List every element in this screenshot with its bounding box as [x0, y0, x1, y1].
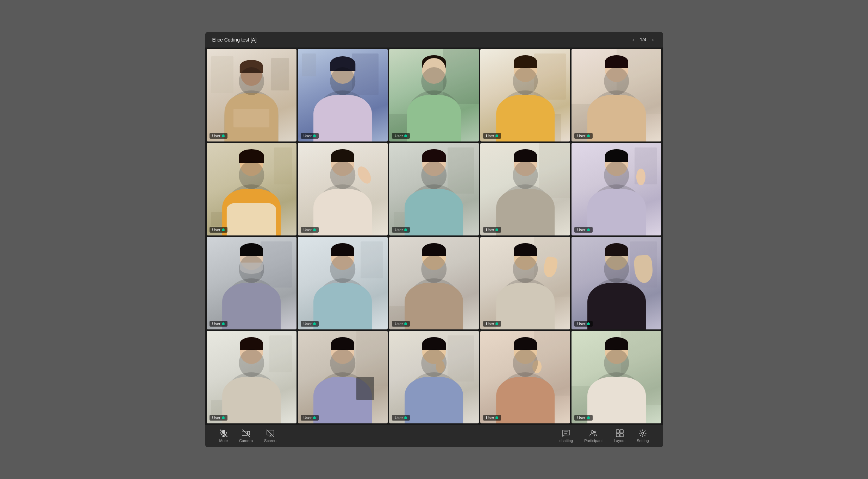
user-name-13: User — [395, 322, 403, 326]
mic-status-15 — [587, 322, 590, 325]
mic-status-2 — [313, 134, 316, 137]
user-label-8: User — [392, 227, 410, 233]
user-name-12: User — [304, 322, 312, 326]
pagination-control[interactable]: ‹ 1/4 › — [630, 36, 656, 44]
camera-button[interactable]: Camera — [239, 429, 253, 443]
user-name-5: User — [577, 134, 585, 138]
setting-icon — [638, 429, 647, 437]
mic-status-4 — [495, 134, 498, 137]
video-cell-1: User — [207, 49, 296, 141]
mic-status-1 — [222, 134, 225, 137]
prev-page-button[interactable]: ‹ — [630, 36, 636, 44]
mic-off-icon — [219, 429, 228, 437]
video-cell-10: User — [572, 143, 661, 235]
app-window: Elice Coding test [A] ‹ 1/4 › User — [205, 32, 663, 447]
video-cell-2: User — [298, 49, 388, 141]
mic-status-17 — [313, 416, 316, 419]
user-name-6: User — [212, 228, 220, 232]
setting-button[interactable]: Setting — [637, 429, 649, 443]
participant-icon — [589, 429, 598, 437]
layout-icon — [616, 429, 624, 437]
mic-status-16 — [222, 416, 225, 419]
video-cell-13: User — [389, 237, 479, 329]
page-display: 1/4 — [640, 37, 646, 42]
video-cell-11: User — [207, 237, 296, 329]
user-name-10: User — [577, 228, 585, 232]
camera-off-icon — [242, 429, 250, 437]
mic-status-11 — [222, 322, 225, 325]
screen-label: Screen — [264, 439, 276, 443]
screen-share-button[interactable]: Screen — [264, 429, 276, 443]
chatting-label: chatting — [560, 439, 573, 443]
svg-line-4 — [243, 430, 250, 437]
video-cell-19: User — [480, 331, 570, 423]
user-label-9: User — [483, 227, 501, 233]
user-label-19: User — [483, 415, 501, 421]
user-name-1: User — [212, 134, 220, 138]
mic-status-20 — [587, 416, 590, 419]
mute-button[interactable]: Mute — [219, 429, 228, 443]
svg-rect-16 — [620, 434, 623, 437]
chatting-button[interactable]: chatting — [560, 429, 573, 443]
user-label-14: User — [483, 321, 501, 327]
mic-status-14 — [495, 322, 498, 325]
mic-status-7 — [313, 228, 316, 231]
video-cell-8: User — [389, 143, 479, 235]
user-label-13: User — [392, 321, 410, 327]
user-label-18: User — [392, 415, 410, 421]
user-label-15: User — [574, 321, 592, 327]
user-name-3: User — [395, 134, 403, 138]
user-name-4: User — [486, 134, 494, 138]
video-cell-15: User — [572, 237, 661, 329]
screen-share-off-icon — [266, 429, 275, 437]
title-bar: Elice Coding test [A] ‹ 1/4 › — [205, 32, 663, 48]
video-cell-7: User — [298, 143, 388, 235]
user-label-20: User — [574, 415, 592, 421]
user-name-14: User — [486, 322, 494, 326]
user-name-9: User — [486, 228, 494, 232]
toolbar-right: chatting Participant — [560, 429, 649, 443]
user-label-3: User — [392, 133, 410, 139]
svg-rect-15 — [616, 434, 619, 437]
video-cell-5: User — [572, 49, 661, 141]
mic-status-10 — [587, 228, 590, 231]
toolbar-left: Mute Camera — [219, 429, 276, 443]
setting-label: Setting — [637, 439, 649, 443]
user-label-10: User — [574, 227, 592, 233]
user-name-15: User — [577, 322, 585, 326]
video-cell-4: User — [480, 49, 570, 141]
next-page-button[interactable]: › — [650, 36, 656, 44]
user-label-11: User — [210, 321, 227, 327]
user-name-16: User — [212, 416, 220, 420]
user-name-17: User — [304, 416, 312, 420]
svg-point-17 — [642, 432, 644, 434]
video-cell-18: User — [389, 331, 479, 423]
user-label-2: User — [301, 133, 319, 139]
user-label-16: User — [210, 415, 227, 421]
toolbar-layout: Mute Camera — [219, 429, 649, 443]
camera-label: Camera — [239, 439, 253, 443]
layout-label: Layout — [614, 439, 625, 443]
mic-status-8 — [404, 228, 407, 231]
participant-button[interactable]: Participant — [584, 429, 602, 443]
video-cell-6: User — [207, 143, 296, 235]
user-name-7: User — [304, 228, 312, 232]
user-name-11: User — [212, 322, 220, 326]
toolbar: Mute Camera — [205, 425, 663, 447]
video-cell-20: User — [572, 331, 661, 423]
user-label-1: User — [210, 133, 227, 139]
video-cell-16: User — [207, 331, 296, 423]
layout-button[interactable]: Layout — [614, 429, 625, 443]
user-name-8: User — [395, 228, 403, 232]
mic-status-12 — [313, 322, 316, 325]
user-label-12: User — [301, 321, 319, 327]
mic-status-19 — [495, 416, 498, 419]
svg-rect-13 — [616, 430, 619, 433]
user-name-18: User — [395, 416, 403, 420]
svg-point-11 — [591, 431, 594, 433]
video-cell-9: User — [480, 143, 570, 235]
mute-label: Mute — [219, 439, 228, 443]
user-label-17: User — [301, 415, 319, 421]
participant-label: Participant — [584, 439, 602, 443]
chat-icon — [562, 429, 570, 437]
